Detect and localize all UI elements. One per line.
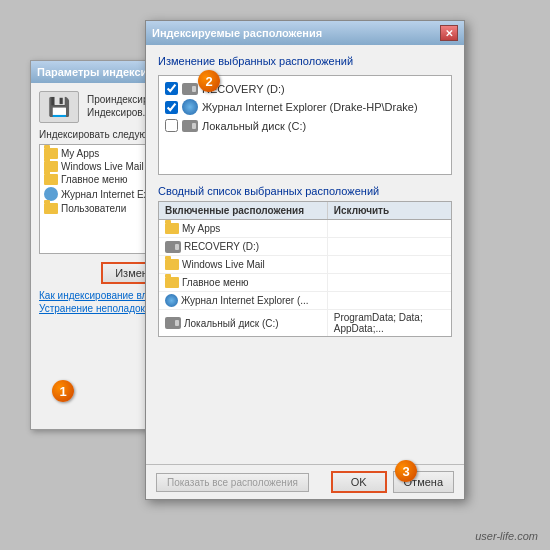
globe-icon <box>165 294 178 307</box>
summary-cell-exclude <box>328 274 451 291</box>
main-close-btn[interactable]: ✕ <box>440 25 458 41</box>
summary-cell-exclude <box>328 220 451 237</box>
globe-icon <box>182 99 198 115</box>
summary-cell-include: Журнал Internet Explorer (... <box>159 292 328 309</box>
change-section-title: Изменение выбранных расположений <box>158 55 452 67</box>
item-label: Пользователи <box>61 203 126 214</box>
cell-text: Windows Live Mail <box>182 259 265 270</box>
cell-text: My Apps <box>182 223 220 234</box>
main-dialog-controls: ✕ <box>440 25 458 41</box>
summary-cell-include: RECOVERY (D:) <box>159 238 328 255</box>
item-label: My Apps <box>61 148 99 159</box>
summary-row: Локальный диск (C:) ProgramData; Data; A… <box>159 310 451 336</box>
checkbox-local-c[interactable] <box>165 119 178 132</box>
summary-cell-exclude <box>328 256 451 273</box>
main-dialog-title: Индексируемые расположения <box>152 27 322 39</box>
folder-icon <box>165 277 179 288</box>
folder-icon <box>165 223 179 234</box>
hdd-icon <box>165 317 181 329</box>
summary-title: Сводный список выбранных расположений <box>158 185 452 197</box>
ok-cancel-group: OK Отмена <box>331 471 454 493</box>
globe-icon <box>44 187 58 201</box>
watermark: user-life.com <box>475 530 538 542</box>
hdd-icon <box>165 241 181 253</box>
badge-1: 1 <box>52 380 74 402</box>
summary-row: Журнал Internet Explorer (... <box>159 292 451 310</box>
summary-row: RECOVERY (D:) <box>159 238 451 256</box>
header-exclude: Исключить <box>328 202 451 219</box>
summary-row: My Apps <box>159 220 451 238</box>
summary-section: Сводный список выбранных расположений Вк… <box>158 185 452 337</box>
item-localc-label: Локальный диск (C:) <box>202 120 306 132</box>
checkbox-journal[interactable] <box>165 101 178 114</box>
summary-row: Windows Live Mail <box>159 256 451 274</box>
show-all-button[interactable]: Показать все расположения <box>156 473 309 492</box>
badge-2: 2 <box>198 70 220 92</box>
folder-icon <box>44 203 58 214</box>
item-label: Windows Live Mail <box>61 161 144 172</box>
badge-3: 3 <box>395 460 417 482</box>
summary-header: Включенные расположения Исключить <box>159 202 451 220</box>
summary-cell-include: Windows Live Mail <box>159 256 328 273</box>
folder-icon <box>165 259 179 270</box>
summary-cell-exclude: ProgramData; Data; AppData;... <box>328 310 451 336</box>
summary-cell-exclude <box>328 292 451 309</box>
summary-table: Включенные расположения Исключить My App… <box>158 201 452 337</box>
checkbox-item-3: Локальный диск (C:) <box>163 117 447 134</box>
checkbox-item-2: Журнал Internet Explorer (Drake-HP\Drake… <box>163 97 447 117</box>
summary-cell-include: My Apps <box>159 220 328 237</box>
item-label: Главное меню <box>61 174 127 185</box>
item-journal-label: Журнал Internet Explorer (Drake-HP\Drake… <box>202 101 418 113</box>
hdd-icon <box>182 83 198 95</box>
folder-icon <box>44 174 58 185</box>
cell-text: Локальный диск (C:) <box>184 318 279 329</box>
summary-cell-include: Главное меню <box>159 274 328 291</box>
main-dialog: Индексируемые расположения ✕ Изменение в… <box>145 20 465 500</box>
dialog-body: Изменение выбранных расположений RECOVER… <box>146 45 464 347</box>
summary-cell-exclude <box>328 238 451 255</box>
main-dialog-title-bar: Индексируемые расположения ✕ <box>146 21 464 45</box>
hdd-icon: 💾 <box>39 91 79 123</box>
cell-text: RECOVERY (D:) <box>184 241 259 252</box>
summary-row: Главное меню <box>159 274 451 292</box>
hdd-icon <box>182 120 198 132</box>
header-include: Включенные расположения <box>159 202 328 219</box>
cell-text: Главное меню <box>182 277 248 288</box>
ok-button[interactable]: OK <box>331 471 387 493</box>
checkbox-recovery[interactable] <box>165 82 178 95</box>
summary-cell-include: Локальный диск (C:) <box>159 310 328 336</box>
cell-text: Журнал Internet Explorer (... <box>181 295 309 306</box>
